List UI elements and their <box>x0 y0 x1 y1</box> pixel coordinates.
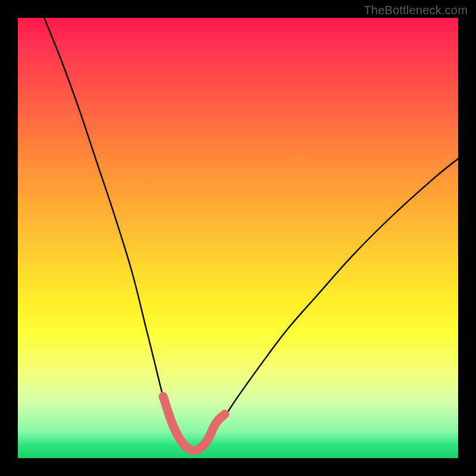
watermark-text: TheBottleneck.com <box>364 4 468 17</box>
highlight-segment <box>163 396 225 450</box>
curve-svg <box>18 18 458 458</box>
plot-area <box>18 18 458 458</box>
bottleneck-curve <box>44 18 458 450</box>
chart-frame: TheBottleneck.com <box>0 0 476 476</box>
